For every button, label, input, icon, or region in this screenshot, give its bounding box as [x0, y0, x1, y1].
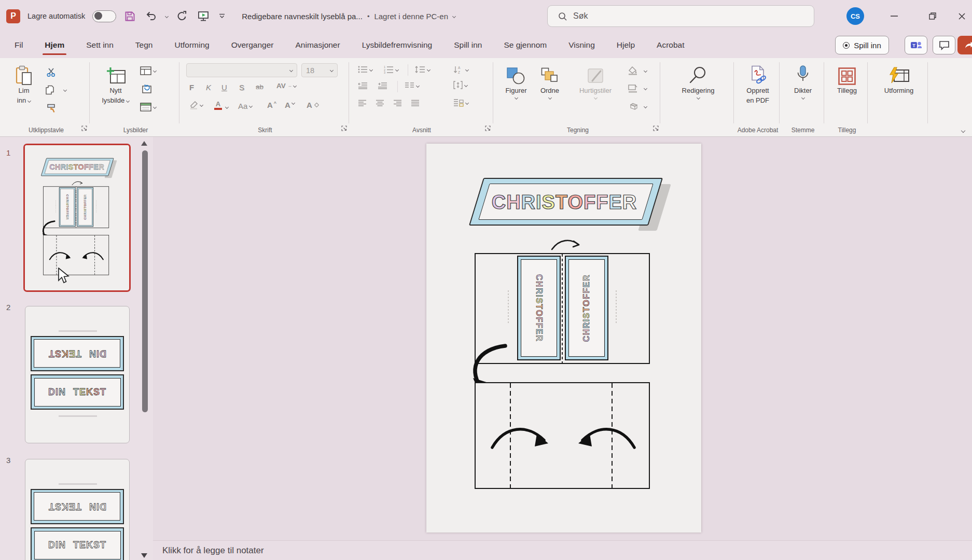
scrollbar-down-arrow[interactable] — [141, 553, 147, 558]
justify-button[interactable] — [411, 100, 420, 106]
align-text-vertical-button[interactable] — [453, 81, 467, 89]
cut-button[interactable] — [47, 67, 57, 77]
quick-styles-button[interactable]: Hurtigstiler — [568, 64, 622, 99]
drawing-dialog-launcher[interactable] — [653, 124, 659, 133]
create-pdf-button[interactable]: Opprett en PDF — [740, 64, 776, 105]
fold-diagram-bottom[interactable] — [475, 382, 650, 489]
scrollbar-up-arrow[interactable] — [141, 141, 147, 146]
avatar[interactable]: CS — [846, 7, 864, 25]
align-vertical-chevron[interactable] — [464, 83, 468, 87]
tab-hjem[interactable]: Hjem — [44, 37, 65, 53]
highlight-color-button[interactable] — [189, 101, 203, 109]
sort-text-button[interactable]: AZ — [453, 65, 468, 74]
customize-toolbar-chevron[interactable] — [218, 13, 226, 19]
line-spacing-button[interactable] — [415, 65, 430, 74]
highlight-chevron[interactable] — [200, 103, 203, 107]
thumbnail-scrollbar[interactable] — [143, 137, 151, 560]
format-painter-button[interactable] — [47, 104, 57, 114]
numbered-chevron[interactable] — [395, 67, 399, 71]
tab-animasjoner[interactable]: Animasjoner — [295, 37, 341, 53]
shape-fill-button[interactable] — [628, 66, 647, 75]
numbered-list-button[interactable]: 123 — [384, 65, 398, 74]
shapes-button[interactable]: Figurer — [500, 64, 532, 99]
shape-outline-button[interactable] — [628, 84, 647, 93]
align-center-button[interactable] — [376, 100, 384, 106]
character-spacing-button[interactable]: AV↔ — [276, 82, 296, 90]
tab-sett-inn[interactable]: Sett inn — [85, 37, 115, 53]
shape-effects-chevron[interactable] — [644, 105, 647, 108]
comments-button[interactable] — [933, 36, 955, 54]
reset-slide-button[interactable] — [140, 84, 151, 94]
undo-button[interactable] — [144, 11, 158, 21]
font-size-combo[interactable]: 18 — [301, 63, 338, 77]
tab-utforming[interactable]: Utforming — [173, 37, 210, 53]
bold-button[interactable]: F — [189, 83, 194, 92]
align-left-button[interactable] — [358, 100, 367, 106]
align-right-button[interactable] — [393, 100, 402, 106]
tab-visning[interactable]: Visning — [567, 37, 596, 53]
tab-hjelp[interactable]: Hjelp — [616, 37, 636, 53]
paragraph-dialog-launcher[interactable] — [485, 124, 491, 133]
tab-overganger[interactable]: Overganger — [230, 37, 275, 53]
vertical-name-plate-left[interactable]: CHRISTOFFER — [517, 256, 561, 360]
redo-button[interactable] — [175, 10, 189, 22]
text-shadow-button[interactable]: S — [239, 83, 244, 92]
tab-spill-inn[interactable]: Spill inn — [453, 37, 483, 53]
tab-fil[interactable]: Fil — [13, 37, 24, 53]
scrollbar-thumb[interactable] — [142, 150, 148, 412]
search-input[interactable]: Søk — [547, 5, 814, 27]
copy-chevron[interactable] — [63, 88, 67, 92]
start-slideshow-icon[interactable] — [196, 11, 211, 22]
share-button[interactable] — [957, 36, 972, 54]
dictate-button[interactable]: Dikter — [787, 64, 818, 99]
shape-outline-chevron[interactable] — [644, 87, 647, 90]
slide-1-thumbnail[interactable]: CHRISTOFFER CHRISTOFFER CHRISTOFFER — [23, 144, 131, 292]
notes-pane[interactable]: Klikk for å legge til notater — [153, 540, 972, 560]
columns-chevron[interactable] — [416, 83, 420, 87]
decrease-indent-button[interactable] — [358, 82, 368, 89]
grow-font-button[interactable]: A^ — [267, 101, 276, 109]
font-color-chevron[interactable] — [225, 105, 229, 109]
smartart-chevron[interactable] — [465, 101, 469, 104]
slide-2-thumbnail[interactable]: DIN TEKST DIN TEKST — [25, 306, 130, 443]
minimize-button[interactable] — [882, 0, 907, 32]
saved-status[interactable]: Lagret i denne PC-en — [374, 12, 448, 21]
new-slide-button[interactable]: Nytt lysbilde — [98, 64, 134, 105]
undo-dropdown-chevron[interactable] — [165, 14, 169, 18]
line-spacing-chevron[interactable] — [427, 67, 431, 71]
columns-button[interactable] — [405, 82, 419, 89]
increase-indent-button[interactable] — [378, 82, 387, 89]
name-tag-shape[interactable]: CHRISTOFFER — [463, 177, 670, 228]
section-chevron[interactable] — [153, 105, 157, 109]
slide-layout-button[interactable] — [140, 66, 156, 75]
shrink-font-button[interactable]: A — [285, 101, 295, 109]
clipboard-dialog-launcher[interactable] — [81, 124, 87, 133]
flip-arrow-icon[interactable] — [550, 236, 583, 251]
paste-button[interactable]: Lim inn — [9, 64, 38, 105]
font-color-button[interactable]: A — [214, 101, 222, 110]
designer-button[interactable]: Utforming — [877, 64, 921, 95]
document-title[interactable]: Redigebare navneskilt lyseblå pa... • La… — [242, 12, 455, 21]
restore-button[interactable] — [920, 0, 945, 32]
vertical-name-plate-right[interactable]: CHRISTOFFER — [565, 256, 608, 360]
strikethrough-button[interactable]: ab — [256, 83, 263, 91]
tab-se-gjennom[interactable]: Se gjennom — [503, 37, 548, 53]
change-case-button[interactable]: Aa — [238, 102, 252, 110]
collapse-ribbon-chevron[interactable] — [961, 129, 965, 133]
powerpoint-app-icon[interactable]: P — [6, 9, 20, 23]
teams-present-button[interactable]: T — [905, 36, 927, 54]
slide-3-thumbnail[interactable]: DIN TEKST DIN TEKST — [25, 459, 130, 560]
close-button[interactable] — [949, 0, 972, 32]
record-button[interactable]: Spill inn — [835, 36, 889, 54]
editing-button[interactable]: Redigering — [672, 64, 724, 99]
italic-button[interactable]: K — [206, 83, 211, 92]
tab-tegn[interactable]: Tegn — [134, 37, 154, 53]
autosave-toggle[interactable] — [92, 10, 116, 22]
font-name-combo[interactable] — [186, 63, 297, 77]
save-icon[interactable] — [123, 11, 136, 22]
layout-chevron[interactable] — [153, 69, 157, 73]
clear-formatting-button[interactable]: A — [307, 101, 319, 109]
slide-editor[interactable]: CHRISTOFFER CHRISTOFFER CHRISTOFFER — [426, 144, 701, 533]
copy-button[interactable] — [46, 85, 66, 95]
tab-acrobat[interactable]: Acrobat — [656, 37, 685, 53]
